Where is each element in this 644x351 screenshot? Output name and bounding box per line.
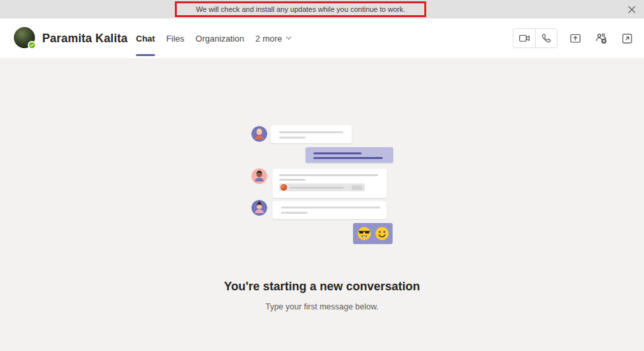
window-titlebar: We will check and install any updates wh…	[0, 0, 644, 18]
header-actions	[513, 18, 635, 58]
video-camera-icon	[518, 32, 531, 45]
pop-out-chat-button[interactable]	[619, 30, 635, 46]
tab-chat[interactable]: Chat	[136, 18, 155, 58]
illustration-bubble-2	[306, 147, 393, 163]
tab-more[interactable]: 2 more	[255, 18, 291, 58]
user-avatar[interactable]	[14, 27, 35, 48]
update-banner-text: We will check and install any updates wh…	[196, 5, 405, 13]
illustration-attachment	[279, 183, 365, 191]
pop-out-icon	[621, 32, 633, 45]
phone-icon	[540, 32, 552, 44]
add-people-button[interactable]	[593, 30, 609, 46]
tab-organization[interactable]: Organization	[195, 18, 244, 58]
illustration-emoji-bubble	[353, 223, 393, 244]
new-conversation-heading: You're starting a new conversation	[0, 280, 644, 294]
call-button-group	[513, 28, 558, 48]
chevron-down-icon	[286, 36, 292, 40]
teams-chat-window: We will check and install any updates wh…	[0, 0, 644, 351]
chat-person-name: Paramita Kalita	[42, 18, 127, 58]
close-window-button[interactable]	[624, 2, 639, 16]
tab-files[interactable]: Files	[166, 18, 184, 58]
conversation-area: You're starting a new conversation Type …	[0, 58, 644, 351]
illustration-bubble-1	[271, 125, 352, 143]
share-screen-icon	[569, 32, 582, 45]
update-banner: We will check and install any updates wh…	[175, 1, 426, 17]
illustration-avatar-2	[251, 168, 267, 184]
share-screen-button[interactable]	[567, 30, 583, 46]
smiley-emoji-icon	[375, 226, 389, 241]
sunglasses-emoji-icon	[357, 226, 371, 241]
video-call-button[interactable]	[513, 29, 535, 48]
illustration-avatar-3	[251, 200, 267, 216]
illustration-bubble-3	[273, 169, 387, 198]
illustration-avatar-1	[251, 126, 267, 142]
chat-header: Paramita Kalita Chat Files Organization …	[0, 18, 644, 59]
status-available-icon	[28, 41, 36, 49]
close-icon	[628, 5, 636, 14]
add-people-icon	[595, 32, 608, 46]
attachment-file-icon	[280, 184, 287, 191]
chat-tabs: Chat Files Organization 2 more	[136, 18, 292, 58]
new-conversation-illustration	[251, 125, 393, 245]
illustration-bubble-4	[273, 201, 387, 219]
new-conversation-subheading: Type your first message below.	[0, 302, 644, 311]
audio-call-button[interactable]	[535, 29, 557, 48]
